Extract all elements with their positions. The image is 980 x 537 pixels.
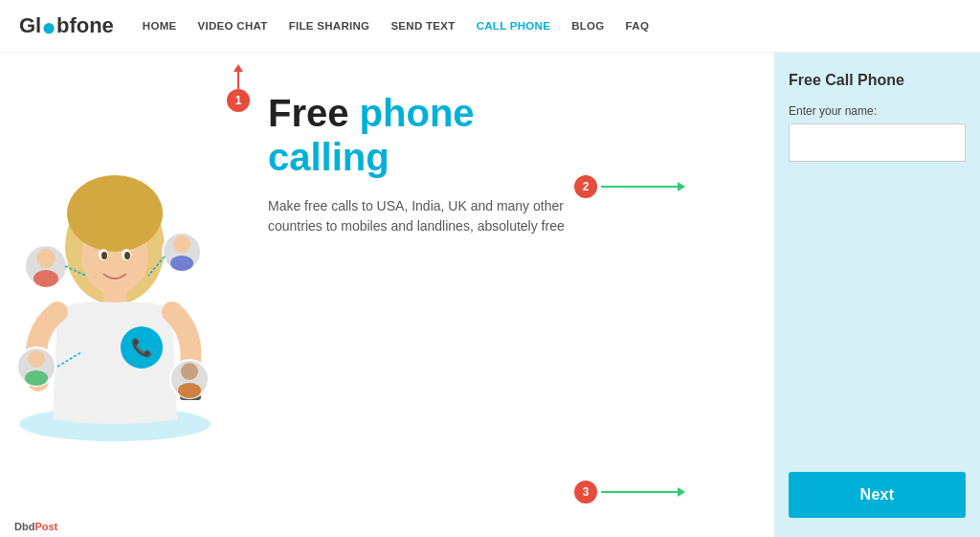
panel-title: Free Call Phone [789,72,966,89]
annotation-1-arrow: 1 [227,64,250,112]
svg-point-18 [170,256,193,271]
svg-point-17 [173,235,190,253]
nav-send-text[interactable]: SEND TEXT [390,20,455,32]
svg-point-9 [101,252,107,259]
arrow-head-1 [234,64,243,72]
arrow-head-3 [678,487,685,497]
logo-text2: bfone [56,13,114,37]
panel-name-label: Enter your name: [789,104,966,118]
hero-section: Free phone calling Make free calls to US… [230,53,774,537]
svg-point-14 [36,249,56,268]
hero-title-line2: calling [268,136,390,178]
arrow-line-1 [237,72,239,89]
next-button[interactable]: Next [789,472,966,518]
panel-spacer [789,162,966,472]
right-panel: Free Call Phone Enter your name: Next [774,53,980,537]
annotation-label-2: 2 [583,180,590,193]
nav-home[interactable]: HOME [143,20,177,32]
annotation-circle-3: 3 [574,481,597,503]
watermark: DbdPost [14,521,57,532]
header: Gl●bfone HOME VIDEO CHAT FILE SHARING SE… [0,0,980,53]
svg-point-21 [25,370,48,386]
main-nav: HOME VIDEO CHAT FILE SHARING SEND TEXT C… [143,20,649,32]
svg-point-15 [33,270,58,287]
watermark-dbd: Dbd [14,521,34,532]
svg-point-20 [28,350,45,368]
annotation-label-3: 3 [583,485,590,499]
arrow-line-2 [601,186,678,188]
hero-illustration: 📞 [0,53,230,537]
svg-point-3 [67,175,163,252]
annotation-2-group: 2 [574,175,685,198]
annotation-2-arrow [601,182,685,191]
name-input[interactable] [789,123,966,162]
nav-file-sharing[interactable]: FILE SHARING [289,20,370,32]
svg-point-23 [181,363,198,380]
nav-faq[interactable]: FAQ [626,20,650,32]
svg-text:📞: 📞 [131,337,153,358]
annotation-1-group: 1 [227,64,250,112]
watermark-post: Post [34,521,57,532]
arrow-head-2 [678,182,685,191]
annotation-circle-2: 2 [574,175,597,198]
nav-call-phone[interactable]: CALL PHONE [477,20,551,32]
svg-point-24 [178,383,201,398]
annotation-circle-1: 1 [227,89,250,112]
svg-point-10 [124,252,130,259]
hero-title-black: Free [268,92,360,134]
arrow-line-3 [601,491,678,493]
hero-image-section: 📞 [0,53,230,537]
hero-title-colored: phone [360,92,475,134]
hero-description: Make free calls to USA, India, UK and ma… [268,196,593,236]
logo: Gl●bfone [19,13,114,38]
hero-title: Free phone calling [268,91,746,179]
annotation-label-1: 1 [235,94,242,107]
nav-blog[interactable]: BLOG [571,20,604,32]
logo-text: Gl [19,13,41,37]
annotation-3-arrow [601,487,685,497]
logo-dot: ● [41,12,56,41]
main-content: 📞 Free phone ca [0,53,980,537]
annotation-3-group: 3 [574,481,685,503]
nav-video-chat[interactable]: VIDEO CHAT [198,20,268,32]
